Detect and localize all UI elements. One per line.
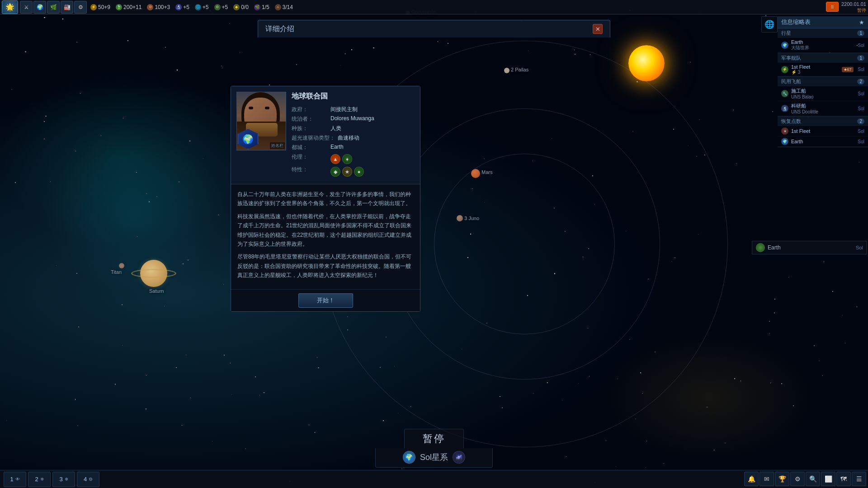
earth-planet-icon: 🌍 bbox=[781, 42, 788, 49]
ethics-icons: ▲ ♦ bbox=[330, 154, 352, 164]
tab-1-num: 1 bbox=[10, 476, 13, 483]
balao-info: 施工船 UNS Balao bbox=[791, 88, 855, 99]
sun bbox=[628, 45, 665, 81]
start-button[interactable]: 开始！ bbox=[298, 293, 353, 308]
sci-value: +5 bbox=[183, 4, 189, 10]
info-panel-icon: ★ bbox=[859, 19, 864, 26]
alert-icon[interactable]: 🔔 bbox=[744, 472, 759, 486]
dialog-title: 详细介绍 bbox=[265, 24, 294, 34]
mars-label: Mars bbox=[481, 169, 492, 175]
ship-balao-item[interactable]: 🔧 施工船 UNS Balao Sol bbox=[778, 86, 868, 101]
planet-saturn[interactable] bbox=[140, 260, 167, 287]
settings-icon[interactable]: ⚙ bbox=[790, 472, 805, 486]
recovery-section-header: 恢复点数 2 bbox=[778, 117, 868, 126]
traits-icons: ◆ ★ ● bbox=[330, 167, 364, 177]
tab-3-icon: ❄ bbox=[65, 477, 68, 482]
planet-pallas[interactable] bbox=[504, 68, 509, 73]
earth-sol-earth[interactable]: Earth Sol bbox=[752, 241, 867, 254]
tab-4[interactable]: 4 ⚙ bbox=[77, 472, 99, 487]
fleet-power: ⚡ 3 bbox=[791, 70, 839, 75]
emblem-hex: 🌍 bbox=[238, 129, 258, 149]
tab-3[interactable]: 3 ❄ bbox=[52, 472, 75, 487]
civ-stat-ruler: 统治者： Dolores Muwanga bbox=[292, 115, 415, 123]
zoom-in-icon[interactable]: 🔍 bbox=[806, 472, 820, 486]
map-mode-icon[interactable]: 🌐 bbox=[761, 16, 778, 33]
civ-footer: 开始！ bbox=[231, 290, 420, 311]
energy-resource: ⚡ 50+9 bbox=[90, 4, 110, 10]
pallas-label: 2 Pallas bbox=[511, 67, 528, 72]
pause-button[interactable]: II bbox=[826, 2, 839, 12]
sci-resource: 🔬 +5 bbox=[175, 4, 189, 10]
doolittle-name: UNS Doolittle bbox=[791, 109, 855, 114]
resource-bar: ⚡ 50+9 🍃 200+11 ⚙ 100+3 🔬 +5 🌐 +5 ⚙ +5 ◆… bbox=[90, 4, 826, 10]
ship-doolittle-item[interactable]: 🔬 科研船 UNS Doolittle Sol bbox=[778, 101, 868, 116]
recovery-fleet-info: 1st Fleet bbox=[791, 128, 855, 134]
ftl-value: 曲速移动 bbox=[338, 134, 359, 142]
sol-system-icon: 🌍 bbox=[403, 451, 415, 464]
balao-type: 施工船 bbox=[791, 88, 855, 94]
map-icon[interactable]: 🗺 bbox=[836, 472, 851, 486]
action-icon-2[interactable]: 🌍 bbox=[33, 1, 46, 14]
food-value: 200+11 bbox=[123, 4, 142, 10]
planet-earth-item[interactable]: 🌍 Earth 大陆世界 Sol bbox=[778, 38, 868, 53]
recovery-fleet-item[interactable]: ★ 1st Fleet Sol bbox=[778, 126, 868, 136]
civ-stat-capital: 都城： Earth bbox=[292, 144, 415, 151]
civilian-section: 民用飞船 2 🔧 施工船 UNS Balao Sol 🔬 科研船 UNS Doo… bbox=[778, 77, 868, 117]
inf-resource: 🌐 +5 bbox=[195, 4, 209, 10]
civ-traits-row: 特性： ◆ ★ ● bbox=[292, 166, 415, 177]
screen-icon[interactable]: ⬜ bbox=[821, 472, 835, 486]
achievement-icon[interactable]: 🏆 bbox=[775, 472, 789, 486]
tab-1[interactable]: 1 👁 bbox=[4, 472, 26, 487]
mil-icon: ⚔ bbox=[275, 4, 281, 10]
action-icon-5[interactable]: ⚙ bbox=[74, 1, 87, 14]
titan-label: Titan bbox=[111, 269, 122, 275]
cred-value: 0/0 bbox=[241, 4, 249, 10]
cred-resource: ◆ 0/0 bbox=[233, 4, 249, 10]
mil-resource: ⚔ 3/14 bbox=[275, 4, 293, 10]
ethics-icon-1: ▲ bbox=[330, 154, 340, 164]
prod-resource: ⚙ 100+3 bbox=[147, 4, 170, 10]
unity-resource: 🌿 1/5 bbox=[254, 4, 269, 10]
tab-2[interactable]: 2 ❄ bbox=[28, 472, 51, 487]
action-icon-3[interactable]: 🌿 bbox=[47, 1, 60, 14]
recovery-section-count: 2 bbox=[857, 118, 864, 124]
planet-titan[interactable] bbox=[119, 263, 124, 268]
earth-name: Earth bbox=[791, 39, 855, 45]
civ-desc-p2: 科技发展虽然迅速，但也伴随着代价，在人类掌控原子能以前，战争夺走了成千上万的生命… bbox=[237, 212, 414, 249]
food-icon: 🍃 bbox=[116, 4, 122, 10]
earth-info: Earth 大陆世界 bbox=[791, 39, 855, 51]
civ-stat-species: 种族： 人类 bbox=[292, 125, 415, 132]
civ-card: 🌍 姓名栏 地球联合国 政府： 间接民主制 统治者： Dolores Muwan… bbox=[231, 86, 420, 312]
earth-loc: Sol bbox=[858, 43, 864, 48]
recovery-earth-item[interactable]: 🌍 Earth Sol bbox=[778, 136, 868, 147]
tab-4-num: 4 bbox=[84, 476, 87, 483]
civ-portrait: 🌍 姓名栏 bbox=[236, 92, 286, 150]
dialog-close-button[interactable]: ✕ bbox=[593, 24, 603, 34]
menu-icon[interactable]: ☰ bbox=[852, 472, 866, 486]
civ-card-header: 🌍 姓名栏 地球联合国 政府： 间接民主制 统治者： Dolores Muwan… bbox=[231, 86, 420, 184]
action-icon-4[interactable]: 🏭 bbox=[61, 1, 73, 14]
recovery-earth-name: Earth bbox=[791, 139, 855, 144]
tab-3-num: 3 bbox=[59, 476, 62, 483]
planets-section-header: 行星 1 bbox=[778, 28, 868, 38]
earth-sol-loc: Sol bbox=[856, 245, 863, 250]
juno-label: 3 Juno bbox=[464, 216, 479, 221]
portrait-eye-left bbox=[249, 107, 253, 109]
planets-section-title: 行星 bbox=[781, 30, 791, 37]
planet-mars[interactable] bbox=[471, 169, 480, 178]
fleet-loc: Sol bbox=[858, 67, 864, 72]
tab-bar: 1 👁 2 ❄ 3 ❄ 4 ⚙ bbox=[4, 472, 99, 487]
tab-2-num: 2 bbox=[35, 476, 38, 483]
info-panel-header: 信息缩略表 ★ bbox=[778, 16, 868, 28]
fleet-1-item[interactable]: ⚡ 1st Fleet ⚡ 3 ★67 Sol bbox=[778, 63, 868, 76]
bottom-bar: 1 👁 2 ❄ 3 ❄ 4 ⚙ 🔔 ✉ 🏆 ⚙ 🔍 ⬜ 🗺 ☰ bbox=[0, 470, 868, 488]
action-icon-1[interactable]: ⚔ bbox=[20, 1, 33, 14]
planet-juno[interactable] bbox=[457, 215, 463, 221]
message-icon[interactable]: ✉ bbox=[760, 472, 774, 486]
gov-label: 政府： bbox=[292, 106, 328, 113]
planets-section: 行星 1 🌍 Earth 大陆世界 Sol bbox=[778, 28, 868, 53]
dialog-titlebar: 详细介绍 ✕ bbox=[258, 20, 610, 38]
energy-icon: ⚡ bbox=[90, 4, 97, 10]
earth-subname: 大陆世界 bbox=[791, 45, 855, 51]
planets-section-count: 1 bbox=[857, 30, 864, 36]
